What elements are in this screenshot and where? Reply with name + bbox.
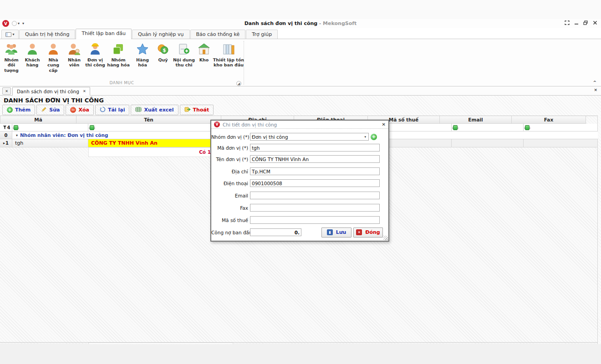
ribbon-item-quy[interactable]: $ Quỹ (154, 41, 172, 76)
group-collapse-icon[interactable]: ▾ (16, 133, 18, 137)
cell-email[interactable] (452, 139, 524, 147)
thoat-button[interactable]: Thoát (180, 105, 214, 115)
field-fax: Fax (211, 204, 388, 212)
product-group-icon (111, 42, 126, 56)
ribbon-item-kho[interactable]: Kho (196, 41, 212, 76)
column-header-email[interactable]: Email (440, 116, 512, 124)
field-label: Mã đơn vị (*) (211, 145, 250, 151)
cell-fax[interactable] (524, 139, 598, 147)
add-group-button[interactable]: + (371, 134, 377, 140)
filter-cell[interactable] (380, 124, 452, 131)
them-button[interactable]: + Thêm (2, 105, 35, 115)
ribbon-item-nhom-hang-hoa[interactable]: Nhóm hàng hóa (106, 41, 131, 76)
document-tab-active[interactable]: Danh sách đơn vị thi công ✕ (12, 87, 90, 96)
ribbon-item-nha-cung-cap[interactable]: Nhà cung cấp (43, 41, 64, 76)
app-logo-icon: V (214, 121, 220, 127)
ribbon-item-label: Hàng hóa (131, 57, 154, 68)
group-summary-row: Có 1 đơn vị (0, 147, 233, 157)
ribbon-item-label: Nội dung thu chi (172, 57, 196, 68)
nhom-don-vi-combobox[interactable]: Đơn vị thi công ▾ (250, 133, 369, 141)
sua-button[interactable]: Sửa (36, 105, 64, 115)
filter-cell[interactable] (452, 124, 524, 131)
xoa-button[interactable]: − Xóa (66, 105, 93, 115)
ribbon-item-nhan-vien[interactable]: Nhân viên (64, 41, 85, 76)
column-header-ten[interactable]: Tên (76, 116, 221, 124)
document-tabstrip: ✕ Danh sách đơn vị thi công ✕ ✕ (0, 86, 601, 96)
ribbon-item-thiet-lap-ton-kho[interactable]: Thiết lập tồn kho ban đầu (212, 41, 245, 76)
save-floppy-icon: ▮ (327, 229, 333, 235)
cong-no-input[interactable] (250, 228, 301, 236)
star-icon (135, 42, 150, 56)
people-group-icon (4, 42, 19, 56)
ribbon-item-label: Nhà cung cấp (43, 57, 64, 73)
tai-lai-button[interactable]: Tải lại (95, 105, 130, 115)
stock-columns-icon (221, 42, 236, 56)
ribbon-item-nhom-doi-tuong[interactable]: Nhóm đối tượng (1, 41, 22, 76)
fax-input[interactable] (250, 204, 380, 212)
dien-thoai-input[interactable] (250, 179, 380, 187)
ma-so-thue-input[interactable] (250, 216, 380, 224)
tabstrip-close-left-button[interactable]: ✕ (2, 87, 11, 95)
ribbon-tab-thiet-lap-ban-dau[interactable]: Thiết lập ban đầu (76, 29, 132, 39)
ribbon-collapse-button[interactable]: ^ (593, 80, 596, 85)
filter-condition-icon[interactable] (90, 125, 94, 130)
field-label: Điện thoại (211, 181, 250, 186)
field-dia-chi: Địa chỉ (211, 167, 388, 175)
employee-icon (67, 42, 81, 56)
window-title: Danh sách đơn vị thi công - MekongSoft (0, 20, 601, 26)
cell-ma[interactable]: tgh (12, 139, 88, 147)
field-label: Tên đơn vị (*) (211, 157, 250, 162)
ribbon-tab-bao-cao-thong-ke[interactable]: Báo cáo thống kê (190, 30, 246, 39)
action-toolbar: + Thêm Sửa − Xóa Tải lại Xuất excel (2, 105, 214, 116)
screen: V ▾ ▾ Danh sách đơn vị thi công - Mekong… (0, 0, 601, 364)
filter-condition-icon[interactable] (453, 125, 458, 130)
email-input[interactable] (250, 192, 380, 199)
ribbon-appmenu-tab[interactable]: ▾ (1, 30, 19, 39)
save-button[interactable]: ▮ Lưu (321, 228, 351, 238)
ribbon-tab-tro-giup[interactable]: Trợ giúp (246, 30, 278, 39)
filter-condition-icon[interactable] (14, 125, 18, 130)
customer-icon (25, 42, 40, 56)
ribbon-item-label: Thiết lập tồn kho ban đầu (212, 57, 245, 68)
document-plus-icon (177, 42, 191, 56)
filter-cell[interactable] (524, 124, 598, 131)
xuat-excel-button[interactable]: Xuất excel (131, 105, 178, 115)
field-nhom-don-vi: Nhóm đơn vị (*) Đơn vị thi công ▾ + (211, 133, 388, 141)
ribbon-tab-quan-tri-he-thong[interactable]: Quản trị hệ thống (19, 30, 75, 39)
minimize-button[interactable] (574, 20, 579, 25)
remove-icon: − (70, 107, 76, 113)
tab-close-icon[interactable]: ✕ (83, 89, 86, 93)
close-button[interactable] (593, 20, 597, 25)
layout-icon (5, 32, 11, 37)
filter-row-indicator: 4 (0, 124, 12, 131)
ribbon-group-more-button[interactable]: ◢ (236, 81, 241, 86)
unit-detail-dialog: V Chi tiết đơn vị thi công ✕ Nhóm đơn vị… (210, 120, 389, 242)
dialog-title-bar[interactable]: V Chi tiết đơn vị thi công ✕ (211, 121, 388, 129)
ribbon-item-noi-dung-thu-chi[interactable]: Nội dung thu chi (172, 41, 196, 76)
ribbon-item-khach-hang[interactable]: Khách hàng (22, 41, 43, 76)
ribbon-item-hang-hoa[interactable]: Hàng hóa (131, 41, 154, 76)
document-tab-label: Danh sách đơn vị thi công (17, 89, 79, 94)
filter-condition-icon[interactable] (525, 125, 530, 130)
fullscreen-button[interactable] (565, 20, 570, 25)
chevron-down-icon[interactable]: ▾ (364, 135, 367, 139)
dialog-close-icon[interactable]: ✕ (382, 122, 386, 127)
resize-grip[interactable] (383, 236, 388, 240)
filter-cell[interactable] (12, 124, 88, 131)
close-dialog-button[interactable]: ✕ Đóng (353, 228, 383, 238)
field-label: Nhóm đơn vị (*) (211, 134, 250, 140)
restore-button[interactable] (583, 20, 588, 25)
ribbon-tab-row: ▾ Quản trị hệ thống Thiết lập ban đầu Qu… (0, 28, 601, 39)
tabstrip-close-right-button[interactable]: ✕ (594, 88, 597, 92)
ma-don-vi-input[interactable] (250, 144, 380, 152)
ribbon-tab-quan-ly-nghiep-vu[interactable]: Quản lý nghiệp vụ (132, 30, 190, 39)
field-label: Địa chỉ (211, 169, 250, 174)
column-header-fax[interactable]: Fax (512, 116, 586, 124)
cell-ma-so-thue[interactable] (380, 139, 452, 147)
dia-chi-input[interactable] (250, 167, 380, 175)
ribbon-item-label: Nhóm đối tượng (1, 57, 22, 73)
column-header-ma[interactable]: Mã (0, 116, 76, 124)
ten-don-vi-input[interactable] (250, 155, 380, 163)
svg-text:$: $ (163, 48, 166, 53)
ribbon-item-don-vi-thi-cong[interactable]: Đơn vị thi công (85, 41, 106, 76)
